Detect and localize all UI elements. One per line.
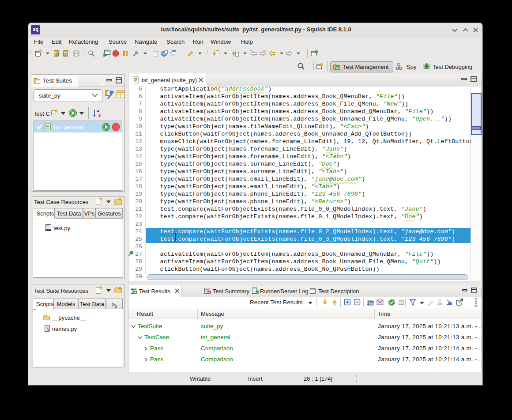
- svg-text:z: z: [98, 112, 101, 118]
- svg-text:P: P: [134, 77, 137, 83]
